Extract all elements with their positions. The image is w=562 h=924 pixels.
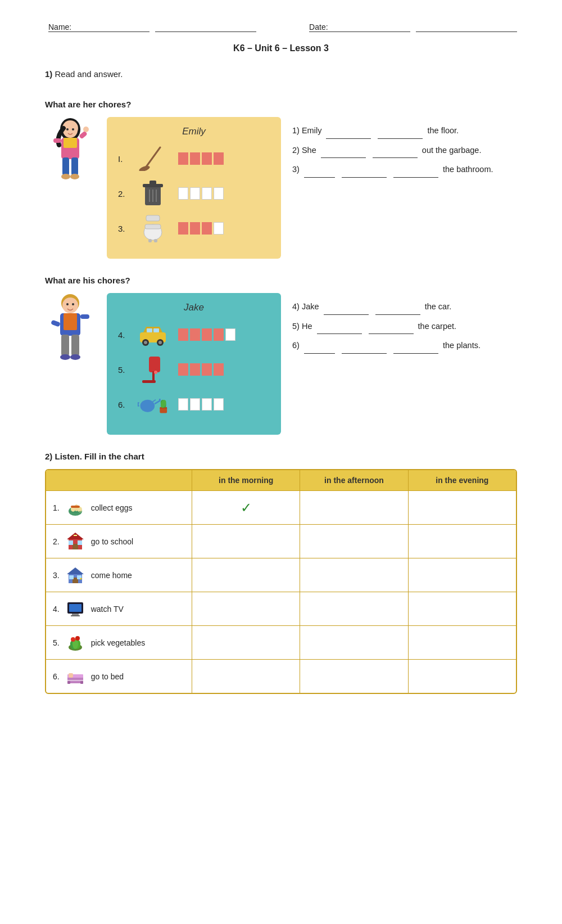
item-label-3: come home [91,571,132,580]
chart-cell-3-morning[interactable] [192,558,300,592]
letter-box [178,363,188,376]
letter-box [190,398,200,411]
letter-box [202,328,212,341]
ans-text-2: out the garbage. [422,146,482,155]
chart-cell-4-evening[interactable] [409,592,516,625]
ans-num-3: 3) [292,165,300,174]
svg-rect-33 [51,320,61,327]
blank-3a[interactable] [304,161,335,178]
svg-point-71 [80,578,81,580]
chore-num-5: 5. [118,365,130,375]
svg-point-49 [154,371,157,374]
svg-rect-36 [71,335,79,356]
letter-box [202,152,212,165]
svg-rect-7 [53,138,61,143]
chart-cell-5-evening[interactable] [409,626,516,659]
blank-5b[interactable] [369,318,414,335]
chart-cell-6-evening[interactable] [409,660,516,693]
ans-text-5: the carpet. [418,322,457,331]
letter-boxes-4 [178,328,235,341]
svg-rect-45 [153,328,159,332]
letter-box [214,363,224,376]
ans-num-1: 1) [292,126,300,135]
chart-cell-1-afternoon[interactable] [300,491,408,524]
answer-line-2: 2) She out the garbage. [292,142,517,159]
letter-box [202,187,212,200]
chart-cell-4-afternoon[interactable] [300,592,408,625]
ans-she: She [302,146,319,155]
section1-instruction: 1) Read and answer. [45,69,517,79]
emily-chore-row-3: 3. [118,215,270,242]
letter-box [178,328,188,341]
broom-icon [137,145,168,172]
letter-box [190,328,200,341]
item-label-6: go to bed [91,672,124,681]
item-label-1: collect eggs [91,503,133,512]
blank-5a[interactable] [317,318,362,335]
letter-box [190,363,200,376]
blank-3b[interactable] [342,161,387,178]
name-underline [155,22,256,32]
chart-cell-3-evening[interactable] [409,558,516,592]
svg-rect-73 [69,604,81,612]
chart-cell-2-evening[interactable] [409,525,516,558]
letter-box [178,398,188,411]
chart-item-4: 4. watch TV [46,592,192,625]
letter-box [202,363,212,376]
blank-1a[interactable] [326,123,371,139]
svg-point-4 [72,128,74,130]
blank-2a[interactable] [321,142,366,159]
chart-cell-3-afternoon[interactable] [300,558,408,592]
chart-cell-1-morning[interactable]: ✓ [192,491,300,524]
date-field: Date: [306,22,517,32]
letter-box [214,222,224,235]
jake-subsection-title: What are his chores? [45,276,517,285]
jake-figure [45,293,96,383]
emily-panel: Emily I. 2. [107,117,281,259]
svg-rect-61 [72,544,78,549]
chart-cell-1-evening[interactable] [409,491,516,524]
svg-rect-24 [145,224,161,229]
jake-chores-container: Jake 4. [45,293,517,435]
letter-box [225,328,235,341]
chart-cell-6-morning[interactable] [192,660,300,693]
svg-point-12 [61,174,70,179]
letter-box [178,187,188,200]
chart-cell-5-morning[interactable] [192,626,300,659]
item-num-3: 3. [53,571,60,580]
ans-num-5: 5) [292,322,300,331]
blank-6b[interactable] [342,337,387,354]
jake-panel: Jake 4. [107,293,281,435]
chart-cell-4-morning[interactable] [192,592,300,625]
chart-row-3: 3. come home [46,558,516,592]
letter-boxes-2 [178,187,224,200]
item-label-4: watch TV [91,605,124,614]
svg-rect-63 [78,540,82,545]
chart-cell-5-afternoon[interactable] [300,626,408,659]
svg-line-14 [146,147,160,168]
svg-rect-48 [142,380,156,383]
ans-num-4: 4) [292,302,300,311]
letter-box [202,398,212,411]
blank-6c[interactable] [393,337,438,354]
blank-6a[interactable] [304,337,335,354]
blank-3c[interactable] [393,161,438,178]
blank-4b[interactable] [375,299,420,315]
svg-point-29 [66,303,69,305]
chart-cell-2-morning[interactable] [192,525,300,558]
letter-box [214,398,224,411]
chart-row-6: 6. go to bed [46,659,516,693]
svg-point-2 [63,123,78,138]
svg-rect-46 [149,357,160,372]
chart-cell-2-afternoon[interactable] [300,525,408,558]
trash-icon [137,180,168,207]
blank-1b[interactable] [378,123,423,139]
blank-4a[interactable] [324,299,369,315]
jake-panel-title: Jake [118,302,270,313]
svg-point-80 [71,637,75,642]
letter-box [214,187,224,200]
svg-point-28 [62,298,78,313]
chart-cell-6-afternoon[interactable] [300,660,408,693]
svg-rect-84 [67,680,83,681]
blank-2b[interactable] [373,142,418,159]
